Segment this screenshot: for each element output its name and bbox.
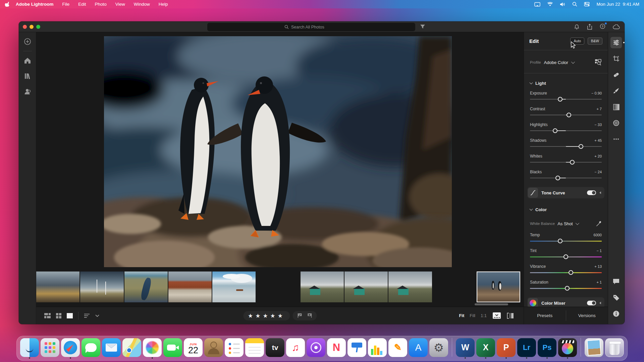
filmstrip-thumb-turbines-1[interactable] — [80, 272, 123, 302]
dock-excel[interactable]: X — [476, 338, 495, 359]
section-light[interactable]: Light — [530, 81, 602, 86]
dock-pages[interactable]: ✎ — [388, 338, 407, 359]
slider-knob[interactable] — [579, 144, 583, 149]
slider-knob[interactable] — [558, 97, 562, 102]
dock-mail[interactable] — [102, 338, 121, 359]
filmstrip-toggle-icon[interactable] — [493, 312, 501, 319]
filmstrip-thumb-river-2[interactable] — [124, 272, 168, 302]
dock-podcasts[interactable] — [307, 338, 325, 359]
menu-clock[interactable]: Mon Jun 22 9:41 AM — [596, 2, 639, 7]
dock-numbers[interactable] — [368, 338, 387, 359]
dock-news[interactable]: N — [327, 338, 346, 359]
dock-maps[interactable] — [122, 338, 141, 359]
wb-value[interactable]: As Shot — [557, 221, 573, 226]
slider-knob[interactable] — [565, 286, 570, 291]
slider-knob[interactable] — [564, 254, 568, 259]
menu-help[interactable]: Help — [159, 2, 168, 7]
brush-tool[interactable] — [610, 85, 622, 97]
dock-launchpad[interactable] — [41, 338, 59, 359]
profile-value[interactable]: Adobe Color — [544, 60, 568, 65]
slider-track[interactable] — [530, 254, 602, 259]
dock-keynote[interactable] — [347, 338, 366, 359]
presets-button[interactable]: Presets — [524, 307, 566, 324]
bw-button[interactable]: B&W — [588, 38, 602, 45]
dock-finder[interactable] — [20, 338, 39, 359]
close-button[interactable] — [23, 25, 27, 29]
notifications-bell-icon[interactable] — [574, 24, 580, 30]
filmstrip-thumb-barn-3[interactable] — [168, 272, 212, 302]
slider-track[interactable] — [530, 144, 602, 149]
cloud-sync-icon[interactable] — [613, 24, 620, 29]
menu-file[interactable]: File — [62, 2, 69, 7]
zoom-mode-1-1[interactable]: 1:1 — [481, 313, 487, 318]
wifi-icon[interactable] — [547, 2, 553, 6]
comments-icon[interactable] — [610, 276, 622, 287]
collapse-arrow-icon[interactable] — [599, 302, 601, 304]
dock-photos[interactable] — [143, 338, 162, 359]
dock-messages[interactable] — [82, 338, 100, 359]
detail-view-icon[interactable] — [67, 313, 73, 318]
spotlight-search-icon[interactable] — [572, 2, 577, 7]
linear-gradient-tool[interactable] — [610, 101, 622, 113]
photo-grid-view-icon[interactable] — [44, 313, 51, 318]
sort-icon[interactable] — [84, 313, 90, 318]
dock-contacts[interactable] — [204, 338, 223, 359]
volume-icon[interactable] — [560, 2, 566, 7]
search-input[interactable] — [291, 25, 338, 29]
filmstrip-thumb-hut2-9[interactable] — [433, 272, 476, 302]
slider-track[interactable] — [530, 160, 602, 165]
slider-track[interactable] — [530, 286, 602, 291]
more-tools-icon[interactable] — [610, 133, 622, 145]
help-icon[interactable]: ? — [600, 23, 605, 31]
square-grid-view-icon[interactable] — [56, 313, 61, 318]
dock-tv[interactable]: tv — [266, 338, 284, 359]
search-bar[interactable] — [207, 23, 415, 31]
dock-powerpoint[interactable]: P — [497, 338, 516, 359]
filmstrip-thumb-shore-0[interactable] — [36, 272, 79, 302]
edit-sliders-tool[interactable] — [610, 37, 622, 48]
control-center-icon[interactable] — [584, 2, 590, 6]
library-icon[interactable] — [23, 72, 32, 80]
menu-window[interactable]: Window — [134, 2, 150, 7]
collapse-arrow-icon[interactable] — [599, 191, 601, 194]
filmstrip-thumb-boat-4[interactable] — [212, 272, 256, 302]
filmstrip-scrollbar[interactable] — [475, 303, 508, 305]
healing-tool[interactable] — [610, 69, 622, 80]
dock-word[interactable]: W — [456, 338, 475, 359]
minimize-button[interactable] — [30, 25, 34, 29]
main-photo-penguins[interactable] — [104, 36, 452, 267]
pick-flag-icon[interactable] — [297, 313, 303, 318]
dock-finalcut[interactable] — [558, 338, 577, 359]
filmstrip-thumb-hut-7[interactable] — [344, 272, 388, 302]
dock-music[interactable]: ♫ — [286, 338, 305, 359]
versions-button[interactable]: Versions — [566, 307, 608, 324]
menu-view[interactable]: View — [115, 2, 125, 7]
dock-trash[interactable] — [605, 338, 624, 359]
dock-settings[interactable]: ⚙ — [429, 338, 448, 359]
menu-photo[interactable]: Photo — [95, 2, 107, 7]
color-mixer-toggle[interactable] — [587, 301, 596, 305]
chevron-down-icon[interactable] — [575, 221, 579, 225]
zoom-button[interactable] — [36, 25, 40, 29]
zoom-mode-fill[interactable]: Fill — [470, 313, 475, 318]
reject-flag-icon[interactable] — [307, 313, 312, 318]
slider-track[interactable] — [530, 113, 602, 117]
radial-gradient-tool[interactable] — [610, 117, 622, 129]
apple-menu-icon[interactable] — [5, 1, 10, 7]
dock-notes[interactable] — [245, 338, 264, 359]
screen-mirroring-icon[interactable] — [534, 2, 540, 7]
slider-track[interactable] — [530, 128, 602, 133]
dock-reminders[interactable] — [225, 338, 244, 359]
tone-curve-toggle[interactable] — [587, 190, 596, 195]
filmstrip-thumb-boat2-5[interactable] — [256, 272, 300, 302]
chevron-down-icon[interactable] — [95, 314, 99, 317]
dock-lightroom[interactable]: Lr — [517, 338, 536, 359]
slider-track[interactable] — [530, 176, 602, 180]
keywords-tag-icon[interactable] — [610, 292, 622, 303]
slider-knob[interactable] — [555, 176, 560, 180]
tone-curve-module[interactable]: Tone Curve — [527, 187, 604, 198]
share-icon[interactable] — [587, 24, 592, 30]
dock-calendar[interactable]: JUN22 — [184, 338, 203, 359]
people-icon[interactable] — [23, 87, 32, 96]
home-icon[interactable] — [23, 57, 32, 65]
